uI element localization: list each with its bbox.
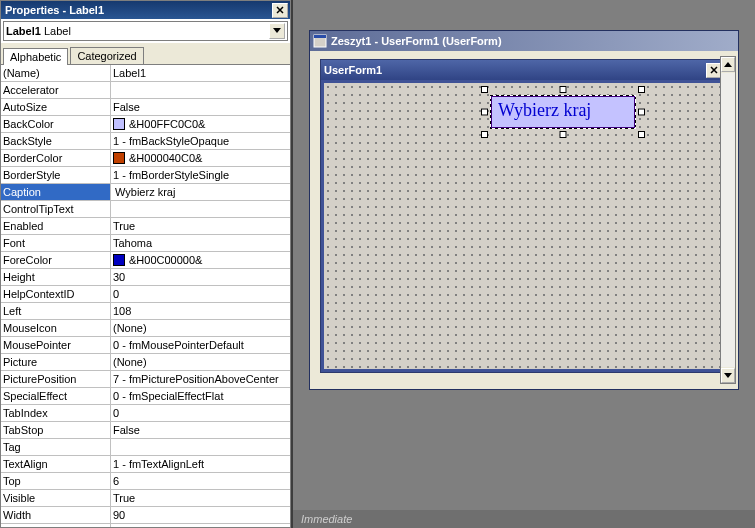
prop-row-mouseicon[interactable]: MouseIcon(None) xyxy=(1,320,290,337)
userform-designer[interactable]: UserForm1 Wybierz kraj xyxy=(320,59,726,373)
prop-row-accelerator[interactable]: Accelerator xyxy=(1,82,290,99)
prop-row-wordwrap[interactable]: WordWrapTrue xyxy=(1,524,290,527)
mdi-vertical-scrollbar[interactable] xyxy=(720,56,736,384)
prop-row-left[interactable]: Left108 xyxy=(1,303,290,320)
prop-row-font[interactable]: FontTahoma xyxy=(1,235,290,252)
resize-handle-sw[interactable] xyxy=(481,131,488,138)
prop-row-picture[interactable]: Picture(None) xyxy=(1,354,290,371)
designer-area: Zeszyt1 - UserForm1 (UserForm) UserForm1… xyxy=(291,0,755,528)
resize-handle-n[interactable] xyxy=(560,86,567,93)
immediate-pane-label: Immediate xyxy=(293,510,755,528)
svg-rect-1 xyxy=(314,35,326,38)
resize-handle-se[interactable] xyxy=(638,131,645,138)
prop-row-backstyle[interactable]: BackStyle1 - fmBackStyleOpaque xyxy=(1,133,290,150)
properties-title: Properties - Label1 xyxy=(3,4,104,16)
prop-row-bordercolor[interactable]: BorderColor&H000040C0& xyxy=(1,150,290,167)
label1-control[interactable]: Wybierz kraj xyxy=(491,96,635,128)
prop-row-borderstyle[interactable]: BorderStyle1 - fmBorderStyleSingle xyxy=(1,167,290,184)
prop-row-tabstop[interactable]: TabStopFalse xyxy=(1,422,290,439)
prop-row-backcolor[interactable]: BackColor&H00FFC0C0& xyxy=(1,116,290,133)
prop-row-visible[interactable]: VisibleTrue xyxy=(1,490,290,507)
object-type: Label xyxy=(44,25,71,37)
prop-row-width[interactable]: Width90 xyxy=(1,507,290,524)
prop-row-controltiptext[interactable]: ControlTipText xyxy=(1,201,290,218)
forecolor-swatch xyxy=(113,254,125,266)
close-icon xyxy=(276,6,284,14)
tab-alphabetic[interactable]: Alphabetic xyxy=(3,48,68,65)
prop-row-textalign[interactable]: TextAlign1 - fmTextAlignLeft xyxy=(1,456,290,473)
prop-row-forecolor[interactable]: ForeColor&H00C00000& xyxy=(1,252,290,269)
resize-handle-s[interactable] xyxy=(560,131,567,138)
resize-handle-ne[interactable] xyxy=(638,86,645,93)
chevron-up-icon xyxy=(724,62,732,67)
properties-grid[interactable]: (Name)Label1 Accelerator AutoSizeFalse B… xyxy=(1,65,290,527)
scroll-up-button[interactable] xyxy=(721,57,735,72)
backcolor-swatch xyxy=(113,118,125,130)
prop-row-height[interactable]: Height30 xyxy=(1,269,290,286)
object-dropdown-button[interactable] xyxy=(269,23,285,39)
close-icon xyxy=(710,66,718,74)
caption-input[interactable] xyxy=(113,185,290,199)
object-name: Label1 xyxy=(6,25,41,37)
prop-row-mousepointer[interactable]: MousePointer0 - fmMousePointerDefault xyxy=(1,337,290,354)
properties-titlebar: Properties - Label1 xyxy=(1,1,290,19)
form-icon xyxy=(313,34,327,48)
prop-row-autosize[interactable]: AutoSizeFalse xyxy=(1,99,290,116)
properties-tabs: Alphabetic Categorized xyxy=(1,43,290,65)
prop-row-name[interactable]: (Name)Label1 xyxy=(1,65,290,82)
scroll-down-button[interactable] xyxy=(721,368,735,383)
scroll-track[interactable] xyxy=(721,73,735,367)
chevron-down-icon xyxy=(724,373,732,378)
userform-body[interactable]: Wybierz kraj xyxy=(324,83,722,369)
label1-selection[interactable]: Wybierz kraj xyxy=(484,89,642,135)
prop-row-enabled[interactable]: EnabledTrue xyxy=(1,218,290,235)
chevron-down-icon xyxy=(273,28,281,34)
bordercolor-swatch xyxy=(113,152,125,164)
userform-title: UserForm1 xyxy=(324,64,382,76)
tab-categorized[interactable]: Categorized xyxy=(70,47,143,64)
resize-handle-e[interactable] xyxy=(638,109,645,116)
prop-row-top[interactable]: Top6 xyxy=(1,473,290,490)
prop-row-helpcontextid[interactable]: HelpContextID0 xyxy=(1,286,290,303)
userform-titlebar[interactable]: UserForm1 xyxy=(321,60,725,80)
mdi-titlebar[interactable]: Zeszyt1 - UserForm1 (UserForm) xyxy=(310,31,738,51)
properties-close-button[interactable] xyxy=(272,3,288,18)
resize-handle-w[interactable] xyxy=(481,109,488,116)
prop-row-specialeffect[interactable]: SpecialEffect0 - fmSpecialEffectFlat xyxy=(1,388,290,405)
properties-pane: Properties - Label1 Label1 Label Alphabe… xyxy=(0,0,291,528)
prop-row-tag[interactable]: Tag xyxy=(1,439,290,456)
prop-row-pictureposition[interactable]: PicturePosition7 - fmPicturePositionAbov… xyxy=(1,371,290,388)
resize-handle-nw[interactable] xyxy=(481,86,488,93)
mdi-title: Zeszyt1 - UserForm1 (UserForm) xyxy=(331,35,502,47)
prop-row-caption[interactable]: Caption xyxy=(1,184,290,201)
object-selector[interactable]: Label1 Label xyxy=(3,21,288,41)
prop-row-tabindex[interactable]: TabIndex0 xyxy=(1,405,290,422)
mdi-child-window[interactable]: Zeszyt1 - UserForm1 (UserForm) UserForm1… xyxy=(309,30,739,390)
